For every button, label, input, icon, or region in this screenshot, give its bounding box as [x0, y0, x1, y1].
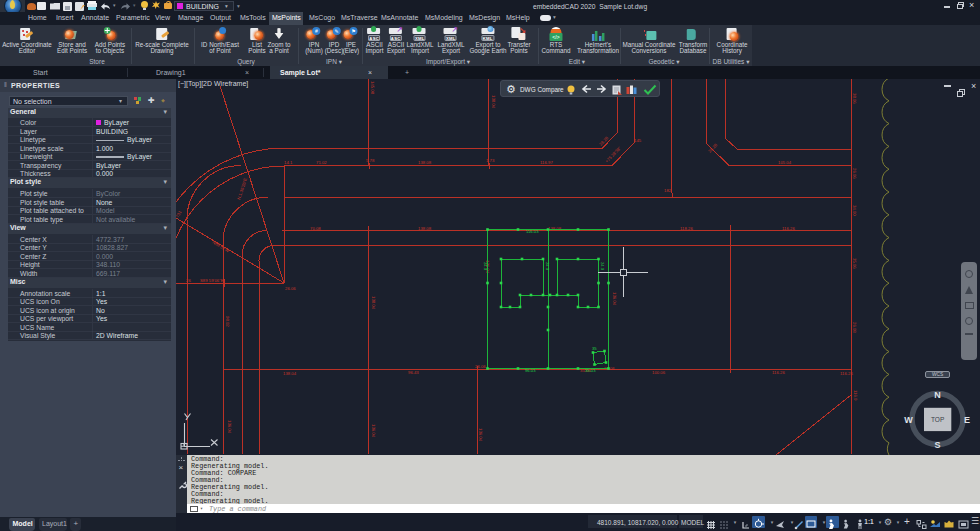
- svg-text:S89 59'06"E: S89 59'06"E: [200, 278, 224, 283]
- svg-text:731: 731: [176, 209, 183, 218]
- svg-text:138.04: 138.04: [491, 95, 496, 109]
- svg-text:70.08: 70.08: [310, 226, 321, 231]
- svg-text:138.04: 138.04: [283, 371, 297, 376]
- svg-text:N: N: [934, 390, 941, 400]
- svg-text:38.06: 38.06: [852, 93, 857, 104]
- svg-text:26: 26: [186, 278, 191, 283]
- svg-text:E: E: [964, 415, 970, 425]
- svg-text:136.04: 136.04: [227, 420, 232, 434]
- svg-text:35: 35: [592, 346, 597, 351]
- svg-text:26.06: 26.06: [852, 168, 857, 179]
- svg-text:136.04: 136.04: [612, 292, 617, 306]
- svg-text:26.06: 26.06: [285, 286, 296, 291]
- svg-text:71.02: 71.02: [316, 160, 327, 165]
- svg-text:35.06: 35.06: [852, 258, 857, 269]
- svg-text:+75 28'38": +75 28'38": [604, 145, 622, 163]
- svg-text:116.26: 116.26: [772, 370, 785, 375]
- svg-text:116.26: 116.26: [840, 371, 853, 376]
- svg-text:24.0: 24.0: [545, 262, 550, 271]
- svg-text:116.0: 116.0: [853, 390, 858, 401]
- svg-text:24.0: 24.0: [600, 262, 605, 271]
- svg-text:35.03: 35.03: [585, 368, 596, 373]
- svg-text:105.04: 105.04: [778, 160, 792, 165]
- svg-text:96.43: 96.43: [408, 370, 419, 375]
- svg-text:98.02: 98.02: [225, 316, 230, 327]
- svg-text:1.73: 1.73: [486, 158, 495, 163]
- svg-text:118.26: 118.26: [680, 226, 693, 231]
- svg-text:14.1: 14.1: [284, 160, 293, 165]
- svg-text:145.08: 145.08: [370, 81, 375, 95]
- svg-text:116.26: 116.26: [782, 226, 795, 231]
- svg-text:136.04: 136.04: [478, 428, 483, 442]
- svg-text:138.08: 138.08: [418, 160, 432, 165]
- svg-text:26.08: 26.08: [852, 322, 857, 333]
- svg-text:S: S: [934, 440, 940, 450]
- svg-text:TOP: TOP: [931, 416, 944, 423]
- svg-text:5.78: 5.78: [366, 158, 375, 163]
- svg-text:182: 182: [664, 188, 672, 193]
- svg-text:138.04: 138.04: [371, 296, 376, 310]
- svg-text:116.03: 116.03: [526, 229, 539, 234]
- svg-text:28.28: 28.28: [707, 142, 718, 154]
- svg-text:24.0: 24.0: [483, 262, 488, 271]
- svg-text:34.00: 34.00: [852, 205, 857, 216]
- svg-text:26.06: 26.06: [475, 364, 486, 369]
- svg-text:100.06: 100.06: [652, 370, 666, 375]
- svg-text:136.04: 136.04: [371, 424, 376, 438]
- svg-text:145: 145: [634, 138, 642, 143]
- svg-text:96.03: 96.03: [525, 368, 536, 373]
- svg-text:W: W: [904, 415, 913, 425]
- svg-text:116.97: 116.97: [540, 160, 553, 165]
- svg-text:138.08: 138.08: [418, 226, 432, 231]
- svg-text:N88 52'W: N88 52'W: [211, 240, 230, 254]
- svg-text:138.08: 138.08: [548, 226, 562, 231]
- svg-text:28.28: 28.28: [598, 135, 609, 147]
- svg-text:N.1.36'26"E: N.1.36'26"E: [236, 177, 248, 200]
